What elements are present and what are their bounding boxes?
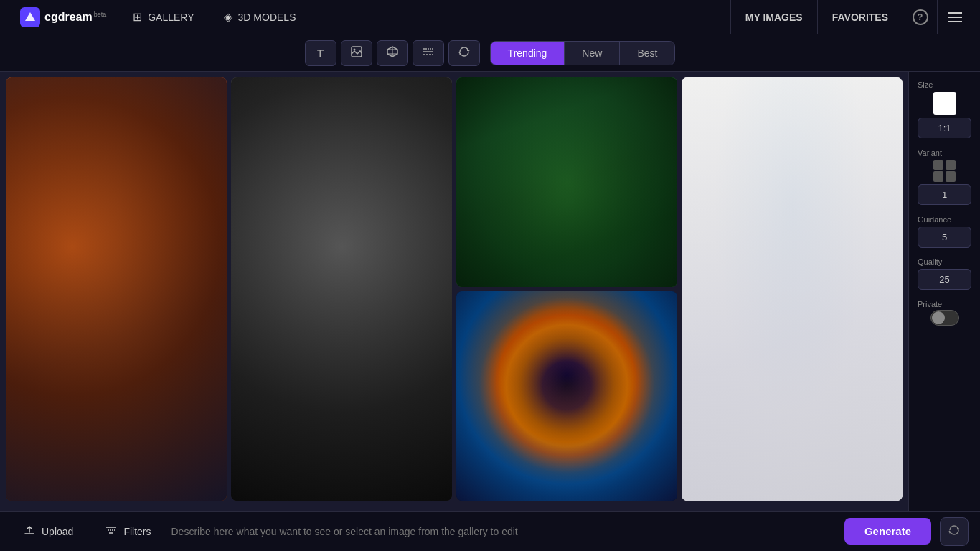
nav-favorites[interactable]: FAVORITES — [817, 0, 903, 34]
svg-marker-0 — [25, 12, 35, 21]
upload-button[interactable]: Upload — [11, 518, 85, 545]
help-icon: ? — [913, 9, 928, 25]
nav-gallery-label: GALLERY — [148, 11, 194, 23]
size-section: Size 1:1 — [918, 80, 971, 138]
size-value[interactable]: 1:1 — [918, 118, 971, 138]
sort-best-button[interactable]: Best — [620, 42, 674, 65]
private-toggle-area — [918, 310, 971, 326]
brand-logo-icon — [20, 7, 40, 27]
filter-sync-type[interactable] — [448, 40, 480, 66]
gallery-item-forest-dragon[interactable] — [456, 77, 677, 287]
filter-image-type[interactable] — [341, 40, 372, 66]
nav-my-images-label: MY IMAGES — [745, 11, 803, 23]
variant-value[interactable]: 1 — [918, 184, 971, 205]
guidance-label: Guidance — [918, 215, 971, 224]
quality-value[interactable]: 25 — [918, 269, 971, 290]
private-section: Private — [918, 300, 971, 326]
brand-name: cgdream — [44, 11, 93, 24]
sort-new-button[interactable]: New — [565, 42, 620, 65]
upload-label: Upload — [42, 526, 73, 537]
variant-section: Variant 1 — [918, 149, 971, 205]
sort-trending-button[interactable]: Trending — [491, 42, 565, 65]
nav-my-images[interactable]: MY IMAGES — [730, 0, 817, 34]
gallery-item-robot[interactable] — [6, 77, 227, 501]
toggle-thumb — [932, 311, 945, 324]
variant-grid-icon — [933, 160, 956, 182]
sidebar-settings: Size 1:1 Variant 1 Guidance 5 Quality 25 — [908, 72, 980, 511]
filter-bar: T Trending New Best — [0, 34, 980, 72]
filters-icon — [105, 524, 118, 539]
nav-gallery[interactable]: ⊞ GALLERY — [118, 0, 209, 34]
filter-style-type[interactable] — [413, 40, 444, 66]
prompt-input[interactable] — [171, 520, 836, 543]
3d-type-icon — [386, 45, 399, 61]
top-navigation: cgdream beta ⊞ GALLERY ◈ 3D MODELS MY IM… — [0, 0, 980, 34]
refresh-icon — [948, 524, 961, 540]
variant-label: Variant — [918, 149, 971, 157]
gallery-item-face-art[interactable] — [682, 77, 903, 501]
size-label: Size — [918, 80, 971, 89]
sync-icon — [458, 45, 471, 61]
image-type-icon — [350, 45, 363, 61]
filters-button[interactable]: Filters — [93, 518, 162, 545]
sort-group: Trending New Best — [490, 41, 676, 65]
nav-right-area: MY IMAGES FAVORITES ? — [730, 0, 971, 34]
filters-label: Filters — [123, 526, 151, 537]
nav-favorites-label: FAVORITES — [832, 11, 888, 23]
main-content: Size 1:1 Variant 1 Guidance 5 Quality 25 — [0, 72, 980, 511]
nav-hamburger-menu[interactable] — [937, 0, 971, 34]
style-type-icon — [422, 45, 435, 61]
text-type-icon: T — [317, 47, 324, 59]
hamburger-icon — [948, 12, 962, 22]
nav-3d-models[interactable]: ◈ 3D MODELS — [209, 0, 311, 34]
generate-button[interactable]: Generate — [844, 518, 931, 545]
gallery-item-cosmic[interactable] — [456, 291, 677, 501]
filter-text-type[interactable]: T — [305, 40, 336, 66]
quality-label: Quality — [918, 258, 971, 266]
gallery-icon: ⊞ — [133, 10, 142, 24]
filter-3d-type[interactable] — [377, 40, 408, 66]
refresh-button[interactable] — [940, 517, 969, 546]
gallery-item-warrior[interactable] — [231, 77, 452, 501]
brand-beta-label: beta — [94, 11, 107, 18]
guidance-value[interactable]: 5 — [918, 227, 971, 248]
gallery-grid — [0, 72, 908, 511]
nav-help-button[interactable]: ? — [903, 0, 937, 34]
private-toggle[interactable] — [930, 310, 959, 326]
brand-logo-area[interactable]: cgdream beta — [9, 7, 118, 27]
size-preview-icon — [933, 92, 956, 115]
generate-label: Generate — [864, 525, 911, 537]
quality-section: Quality 25 — [918, 258, 971, 290]
guidance-section: Guidance 5 — [918, 215, 971, 248]
upload-icon — [23, 524, 36, 539]
private-label: Private — [918, 300, 971, 309]
bottom-bar: Upload Filters Generate — [0, 511, 980, 551]
nav-3d-models-label: 3D MODELS — [238, 11, 296, 23]
3d-models-icon: ◈ — [224, 10, 232, 24]
